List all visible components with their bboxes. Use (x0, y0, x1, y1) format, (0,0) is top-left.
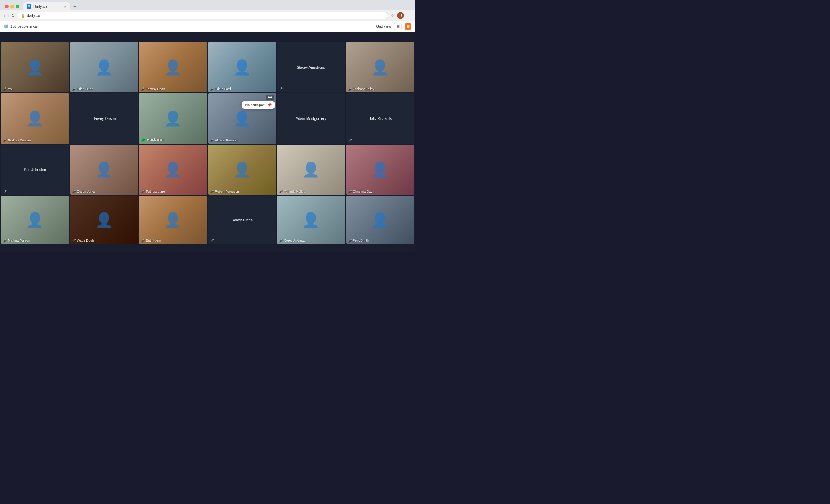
video-cell-alfredo[interactable]: ••• Pin participant 📌 🎤 Alfredo Franklin (208, 93, 276, 143)
video-cell-yolanda: 🎤 Yolanda Kelley (277, 145, 345, 195)
participant-name-ruben: 🎤 Ruben Ferguson (210, 190, 239, 193)
participant-name-randy: 🎤 Randy Blair (141, 138, 164, 142)
participant-name-wade: 🎤 Wade Doyle (72, 239, 95, 242)
participant-name-beth: 🎤 Beth Klein (141, 239, 161, 242)
close-dot[interactable] (5, 5, 9, 8)
mute-icon-christina: 🎤 (348, 190, 352, 193)
bookmark-btn[interactable]: ☆ (391, 13, 395, 18)
video-grid: 🎤 You 🎤 Brian Dunn 🎤 Tammy Dean 🎤 (1, 42, 414, 195)
mute-icon-alfredo: 🎤 (210, 139, 214, 142)
participant-name-alfredo: 🎤 Alfredo Franklin (210, 139, 238, 142)
participant-name-christina: 🎤 Christina Day (348, 190, 372, 193)
video-cell-holly: Holly Richards 🎤 (346, 93, 414, 143)
settings-icon[interactable]: ⚙️ (4, 24, 9, 29)
video-cell-mathew: 🎤 Mathew Wilson (1, 196, 69, 244)
window-controls (3, 4, 22, 9)
participant-name-felix: 🎤 Felix Smith (348, 239, 369, 242)
more-options-btn[interactable]: ••• (266, 95, 274, 100)
mic-active-icon-randy: 🎤 (141, 138, 146, 142)
mute-icon-zachary: 🎤 (348, 87, 352, 91)
header-right: Grid view ⊟ ⊞ (376, 23, 411, 30)
participant-name-rodney: 🎤 Rodney Weaver (3, 139, 31, 142)
menu-btn[interactable]: ⋮ (406, 13, 411, 18)
video-cell-adam: Adam Montgomery (277, 93, 345, 143)
mute-icon-rodney: 🎤 (3, 139, 7, 142)
video-grid-row3: 🎤 Mathew Wilson 🎤 Wade Doyle 🎤 Beth Klei… (1, 196, 414, 244)
pin-tooltip[interactable]: Pin participant 📌 (242, 101, 275, 109)
mute-icon-wade: 🎤 (72, 239, 76, 242)
video-cell-christina: 🎤 Christina Day (346, 145, 414, 195)
mute-icon-mathew: 🎤 (3, 239, 7, 242)
pin-tooltip-label: Pin participant (245, 103, 265, 107)
video-area-row3: 🎤 Mathew Wilson 🎤 Wade Doyle 🎤 Beth Klei… (0, 196, 415, 245)
people-count: 156 people in call (10, 24, 39, 28)
mute-icon-dustin: 🎤 (72, 190, 76, 193)
participant-name-stacey-center: Stacey Armstrong (297, 65, 325, 69)
pin-icon: 📌 (267, 103, 272, 107)
video-cell-harvey: Harvey Larson (70, 93, 138, 143)
tab-favicon: D (27, 4, 31, 9)
participant-name-mathew: 🎤 Mathew Wilson (3, 239, 30, 242)
video-cell-felix: 🎤 Felix Smith (346, 196, 414, 244)
participant-name-brian: 🎤 Brian Dunn (72, 87, 93, 91)
address-text: daily.co (27, 13, 40, 18)
mute-icon-corey: 🎤 (279, 239, 283, 242)
participant-name-you: 🎤 You (3, 87, 13, 91)
back-btn[interactable]: ‹ (4, 13, 5, 18)
close-tab-btn[interactable]: × (64, 4, 66, 9)
maximize-dot[interactable] (16, 5, 19, 8)
browser-tab-active[interactable]: D Daily.co × (23, 2, 70, 10)
mute-icon-holly: 🎤 (348, 139, 352, 142)
participant-name-harvey-center: Harvey Larson (92, 116, 116, 120)
mute-icon-ken: 🎤 (3, 190, 7, 193)
mute-icon-brian: 🎤 (72, 87, 76, 91)
spacer-bottom (0, 245, 415, 252)
video-cell-tammy: 🎤 Tammy Dean (139, 42, 207, 92)
split-view-btn[interactable]: ⊟ (394, 23, 402, 30)
participant-name-bobby-center: Bobby Lucas (232, 218, 253, 222)
participant-name-adam-center: Adam Montgomery (296, 116, 326, 120)
participant-name-dustin: 🎤 Dustin Jones (72, 190, 96, 193)
video-cell-bobby: Bobby Lucas 🎤 (208, 196, 276, 244)
video-cell-stacey: Stacey Armstrong 🎤 (277, 42, 345, 92)
video-cell-rodney: 🎤 Rodney Weaver (1, 93, 69, 143)
mute-icon-stacey: 🎤 (279, 87, 283, 91)
lock-icon: 🔒 (21, 14, 25, 18)
new-tab-btn[interactable]: + (71, 3, 79, 10)
mute-icon-eddie: 🎤 (210, 87, 214, 91)
video-cell-dustin: 🎤 Dustin Jones (70, 145, 138, 195)
video-area: 🎤 You 🎤 Brian Dunn 🎤 Tammy Dean 🎤 (0, 41, 415, 196)
participant-name-patricia: 🎤 Patricia Lane (141, 190, 165, 193)
video-cell-brian: 🎤 Brian Dunn (70, 42, 138, 92)
participant-name-tammy: 🎤 Tammy Dean (141, 87, 165, 91)
video-cell-you: 🎤 You (1, 42, 69, 92)
minimize-dot[interactable] (10, 5, 14, 8)
tab-title: Daily.co (33, 4, 47, 9)
video-cell-ken: Ken Johnston 🎤 (1, 145, 69, 195)
participant-name-holly-center: Holly Richards (369, 116, 392, 120)
video-cell-corey: 🎤 Corey Andrews (277, 196, 345, 244)
grid-view-label: Grid view (376, 24, 391, 28)
participant-name-corey: 🎤 Corey Andrews (279, 239, 306, 242)
mute-icon-bobby: 🎤 (210, 239, 214, 242)
participant-name-ken-center: Ken Johnston (24, 168, 46, 172)
app-header: ⚙️ 156 people in call Grid view ⊟ ⊞ (0, 21, 415, 32)
video-cell-patricia: 🎤 Patricia Lane (139, 145, 207, 195)
profile-avatar[interactable]: U (397, 12, 404, 19)
grid-view-btn[interactable]: ⊞ (405, 23, 411, 30)
mute-icon-you: 🎤 (3, 87, 7, 91)
tab-bar: D Daily.co × + (0, 0, 415, 10)
video-cell-wade: 🎤 Wade Doyle (70, 196, 138, 244)
mute-icon-patricia: 🎤 (141, 190, 145, 193)
address-bar: ‹ › ↻ 🔒 daily.co ☆ U ⋮ (0, 10, 415, 21)
video-cell-ruben: 🎤 Ruben Ferguson (208, 145, 276, 195)
mute-icon-felix: 🎤 (348, 239, 352, 242)
video-cell-zachary: 🎤 Zachary Bailey (346, 42, 414, 92)
mute-icon-ruben: 🎤 (210, 190, 214, 193)
video-cell-eddie: 🎤 Eddie Ford (208, 42, 276, 92)
mute-icon-tammy: 🎤 (141, 87, 145, 91)
participant-name-yolanda: 🎤 Yolanda Kelley (279, 190, 305, 193)
address-field[interactable]: 🔒 daily.co (17, 12, 388, 19)
forward-btn[interactable]: › (7, 13, 9, 18)
reload-btn[interactable]: ↻ (11, 13, 15, 18)
